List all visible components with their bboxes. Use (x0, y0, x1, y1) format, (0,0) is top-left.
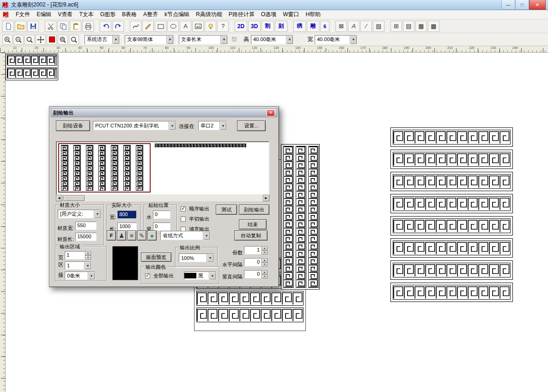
mode-engrave-button[interactable]: 刻 (275, 21, 287, 32)
checkbox-icon[interactable] (145, 273, 150, 278)
menu-file[interactable]: F文件 (12, 11, 33, 18)
page-input[interactable]: 1 (65, 251, 85, 259)
scroll-left-icon[interactable]: ◀ (56, 195, 62, 201)
origin-h-input[interactable]: 0 (153, 211, 170, 219)
color-dot-button[interactable]: ● (147, 230, 157, 241)
table-dense-button[interactable]: ▩ (428, 21, 439, 32)
chevron-down-icon[interactable]: ▼ (84, 262, 91, 269)
zoom-out-button[interactable] (13, 35, 24, 45)
pen-order-button[interactable]: ✎ (137, 230, 146, 241)
seam-combo[interactable]: 0毫米▼ (65, 271, 95, 280)
cut-button[interactable] (45, 21, 56, 32)
origin-v-input[interactable]: 0 (153, 223, 170, 231)
pan-button[interactable] (36, 35, 46, 45)
mode-6-button[interactable]: 6 (320, 21, 329, 32)
checkbox-icon[interactable] (181, 206, 186, 211)
mode-cut-button[interactable]: 割 (262, 21, 274, 32)
zone-combo[interactable]: 1▼ (65, 261, 91, 270)
chevron-down-icon[interactable]: ▼ (88, 272, 95, 279)
red-color-button[interactable] (47, 35, 57, 45)
end-button[interactable]: 结束 (239, 219, 267, 229)
actual-length-input[interactable]: 1000 (117, 223, 137, 231)
menu-text[interactable]: T文本 (76, 11, 97, 18)
type-button[interactable]: 型 (231, 36, 237, 43)
ellipse-tool-button[interactable] (167, 21, 179, 32)
image-tool-button[interactable] (192, 21, 204, 32)
open-file-button[interactable] (15, 21, 26, 32)
close-button[interactable]: ✕ (529, 0, 546, 10)
chevron-down-icon[interactable]: ▼ (169, 121, 176, 130)
output-button[interactable]: 刻绘输出 (239, 205, 269, 215)
device-button[interactable]: 刻绘设备 (56, 121, 90, 131)
menu-align[interactable]: A整齐 (140, 11, 161, 18)
italic-text-button[interactable]: A (348, 21, 359, 32)
device-combo[interactable]: PCUT CTN1200 皮卡刻字机 ▼ (93, 121, 176, 130)
layout-preview-button[interactable]: 版面预览 (141, 253, 171, 262)
menu-edit[interactable]: E编辑 (33, 11, 55, 18)
mode-3d-button[interactable]: 3D (248, 21, 261, 32)
v-gap-input[interactable]: 0 (244, 270, 262, 278)
spin-up-icon[interactable]: ▲ (262, 270, 268, 274)
spin-down-icon[interactable]: ▼ (262, 274, 268, 278)
tips-button[interactable] (205, 21, 216, 32)
h-gap-spinner[interactable]: ▲▼ (262, 258, 268, 266)
node-select-button[interactable]: ⊠ (335, 21, 347, 32)
new-file-button[interactable] (2, 21, 14, 32)
text-tool-button[interactable]: A (180, 21, 191, 32)
mode-carve-button[interactable]: 雕 (307, 21, 319, 32)
chevron-down-icon[interactable]: ▼ (112, 36, 119, 44)
dialog-close-button[interactable]: ✕ (267, 109, 275, 116)
option-sequence-output[interactable]: 顺序输出 (181, 205, 209, 212)
font-style-combo[interactable]: 文泰长末 ▼ (179, 35, 228, 44)
menu-advanced[interactable]: R高级功能 (193, 11, 225, 18)
chevron-down-icon[interactable]: ▼ (94, 210, 101, 218)
curve-tool-button[interactable] (130, 21, 141, 32)
page-spinner[interactable]: ▲▼ (85, 251, 91, 259)
scroll-right-icon[interactable]: ▶ (263, 195, 269, 201)
save-button[interactable] (27, 21, 39, 32)
mode-2d-button[interactable]: 2D (235, 21, 247, 32)
dialog-titlebar[interactable]: 刻绘输出 ✕ (51, 108, 277, 117)
height-combo[interactable]: 40.00毫米 ▼ (251, 35, 293, 44)
spin-down-icon[interactable]: ▼ (262, 250, 268, 254)
scrollbar-thumb[interactable] (63, 195, 85, 201)
zoom-all-button[interactable] (24, 35, 35, 45)
material-length-input[interactable]: 15000 (75, 233, 97, 241)
copies-spinner[interactable]: ▲▼ (262, 246, 268, 254)
zoom-object-button[interactable] (69, 35, 79, 45)
lines-button[interactable]: ≡ (127, 230, 136, 241)
output-preview[interactable] (56, 141, 269, 195)
settings-button[interactable]: 设置... (237, 121, 266, 131)
menu-window[interactable]: W窗口 (280, 11, 302, 18)
test-button[interactable]: 测试 (216, 205, 237, 215)
table-rows-button[interactable]: ▤ (403, 21, 414, 32)
menu-graphics[interactable]: G图形 (97, 11, 119, 18)
zoom-in-button[interactable] (2, 35, 12, 45)
chevron-down-icon[interactable]: ▼ (350, 36, 357, 44)
menu-node-edit[interactable]: k节点编辑 (161, 11, 193, 18)
chevron-down-icon[interactable]: ▼ (203, 231, 210, 240)
hatch-tool-button[interactable]: ▨ (373, 21, 384, 32)
option-half-cut-output[interactable]: 半切输出 (181, 216, 209, 223)
spin-down-icon[interactable]: ▼ (262, 262, 268, 266)
copy-button[interactable] (57, 21, 69, 32)
undo-button[interactable] (100, 21, 111, 32)
spin-up-icon[interactable]: ▲ (262, 258, 268, 262)
menu-path-calc[interactable]: P路径计算 (225, 11, 258, 18)
h-gap-input[interactable]: 0 (244, 258, 262, 266)
print-button[interactable] (82, 21, 94, 32)
menu-view[interactable]: V查看 (55, 11, 76, 18)
material-preset-combo[interactable]: [用户定义: ▼ (58, 210, 101, 218)
menu-options[interactable]: O选项 (258, 11, 280, 18)
spin-down-icon[interactable]: ▼ (85, 255, 91, 259)
port-combo[interactable]: 串口2 ▼ (198, 121, 227, 130)
redo-button[interactable] (112, 21, 124, 32)
help-button[interactable]: ? (217, 21, 229, 32)
menu-table[interactable]: B表格 (119, 11, 140, 18)
figure-button[interactable]: ♟ (117, 230, 126, 241)
width-combo[interactable]: 40.00毫米 ▼ (315, 35, 357, 44)
v-gap-spinner[interactable]: ▲▼ (262, 270, 268, 278)
actual-width-input[interactable]: 800 (117, 211, 137, 219)
drawing-canvas[interactable]: 刻绘输出 ✕ 刻绘设备 PCUT CTN1200 皮卡刻字机 ▼ 连接在 串口2… (6, 53, 548, 392)
mirror-f-button[interactable]: F (107, 230, 116, 241)
